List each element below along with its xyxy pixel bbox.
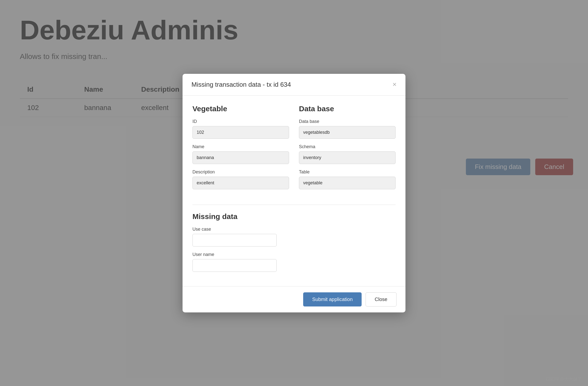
vegetable-name-group: Name	[192, 144, 289, 164]
database-name-group: Data base	[299, 119, 396, 139]
submit-application-button[interactable]: Submit application	[303, 292, 361, 306]
user-name-group: User name	[192, 252, 396, 272]
vegetable-id-label: ID	[192, 119, 289, 124]
table-input[interactable]	[299, 177, 396, 189]
schema-group: Schema	[299, 144, 396, 164]
vegetable-description-input[interactable]	[192, 177, 289, 189]
modal-title: Missing transaction data - tx id 634	[191, 81, 291, 88]
watermark: CSDN @大大妹子	[546, 376, 582, 382]
modal-two-column-section: Vegetable ID Name Description	[192, 105, 396, 195]
table-label: Table	[299, 169, 396, 175]
modal-overlay: Missing transaction data - tx id 634 × V…	[0, 0, 588, 386]
use-case-label: Use case	[192, 227, 396, 232]
database-heading: Data base	[299, 105, 396, 113]
vegetable-id-group: ID	[192, 119, 289, 139]
user-name-label: User name	[192, 252, 396, 257]
missing-data-heading: Missing data	[192, 212, 396, 221]
modal-body: Vegetable ID Name Description	[183, 96, 405, 286]
vegetable-description-group: Description	[192, 169, 289, 189]
table-group: Table	[299, 169, 396, 189]
schema-input[interactable]	[299, 151, 396, 164]
modal-footer: Submit application Close	[183, 286, 405, 312]
modal-close-button[interactable]: ×	[393, 81, 397, 88]
user-name-input[interactable]	[192, 259, 277, 272]
use-case-group: Use case	[192, 227, 396, 247]
vegetable-id-input[interactable]	[192, 126, 289, 139]
database-section: Data base Data base Schema Table	[299, 105, 396, 195]
vegetable-section: Vegetable ID Name Description	[192, 105, 289, 195]
vegetable-heading: Vegetable	[192, 105, 289, 113]
missing-data-section: Missing data Use case User name	[192, 205, 396, 272]
vegetable-name-label: Name	[192, 144, 289, 149]
database-name-input[interactable]	[299, 126, 396, 139]
close-modal-button[interactable]: Close	[366, 292, 397, 306]
modal-dialog: Missing transaction data - tx id 634 × V…	[183, 74, 405, 312]
use-case-input[interactable]	[192, 234, 277, 247]
vegetable-name-input[interactable]	[192, 151, 289, 164]
schema-label: Schema	[299, 144, 396, 149]
vegetable-description-label: Description	[192, 169, 289, 175]
modal-header: Missing transaction data - tx id 634 ×	[183, 74, 405, 96]
database-name-label: Data base	[299, 119, 396, 124]
